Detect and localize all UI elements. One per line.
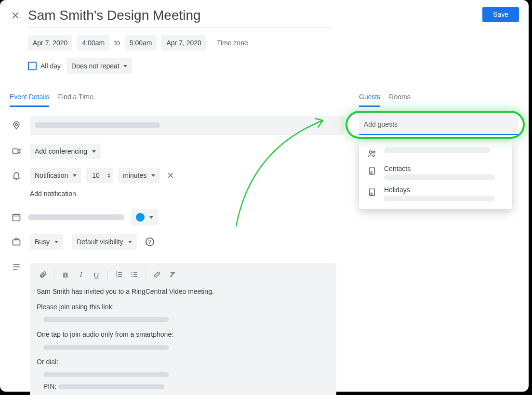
add-guests-input[interactable]: [359, 115, 518, 135]
people-icon: [367, 148, 377, 159]
description-textarea[interactable]: Sam Smith has invited you to a RingCentr…: [30, 284, 336, 395]
repeat-dropdown[interactable]: Does not repeat: [66, 58, 132, 74]
save-button[interactable]: Save: [482, 7, 519, 22]
svg-point-8: [132, 274, 133, 275]
suggestion-row[interactable]: [359, 145, 512, 162]
suggestion-label: Contacts: [384, 165, 505, 172]
to-label: to: [114, 39, 120, 47]
chevron-down-icon: [151, 174, 155, 177]
description-toolbar: B I U 123: [30, 263, 336, 284]
attachment-tool[interactable]: [36, 268, 50, 281]
notification-type-dropdown[interactable]: Notification: [30, 168, 81, 183]
chevron-down-icon: [73, 174, 77, 177]
chevron-down-icon: [54, 241, 58, 243]
link-tool[interactable]: [150, 268, 164, 281]
underline-tool[interactable]: U: [89, 268, 104, 281]
notification-icon: [12, 171, 21, 180]
bold-tool[interactable]: B: [58, 268, 73, 281]
desc-pin-label: PIN:: [43, 382, 56, 390]
remove-notification-button[interactable]: [165, 170, 176, 181]
svg-point-7: [132, 272, 133, 273]
redacted-pin: [58, 384, 164, 389]
location-input[interactable]: [30, 116, 345, 135]
visibility-dropdown[interactable]: Default visibility: [72, 234, 136, 250]
svg-point-10: [370, 151, 372, 153]
svg-rect-13: [371, 172, 372, 174]
chevron-down-icon: [128, 241, 132, 243]
svg-rect-2: [13, 214, 20, 221]
briefcase-icon: [12, 237, 21, 247]
bullet-list-tool[interactable]: [127, 268, 142, 281]
tab-guests[interactable]: Guests: [359, 93, 380, 107]
desc-line-4: Or dial:: [37, 357, 330, 367]
location-icon: [12, 120, 21, 130]
add-notification-button[interactable]: Add notification: [30, 190, 345, 198]
calendar-icon: [12, 212, 21, 222]
svg-rect-1: [13, 149, 18, 154]
svg-text:3: 3: [116, 275, 117, 277]
start-time-chip[interactable]: 4:00am: [77, 35, 109, 51]
allday-checkbox[interactable]: [28, 62, 37, 70]
guest-suggestions-panel: Contacts Holidays: [359, 142, 512, 209]
calendar-select[interactable]: [28, 214, 124, 220]
timezone-button[interactable]: Time zone: [217, 39, 248, 47]
location-placeholder: [35, 122, 160, 128]
redacted-link: [43, 317, 169, 322]
description-area[interactable]: B I U 123: [30, 263, 336, 395]
availability-dropdown[interactable]: Busy: [30, 234, 63, 250]
desc-line-3: One tap to join audio only from a smartp…: [37, 330, 330, 340]
event-color-dropdown[interactable]: [131, 209, 158, 225]
redacted-number: [43, 345, 169, 350]
number-spinner-icon[interactable]: [107, 173, 110, 178]
event-editor-window: Sam Smith's Design Meeting Apr 7, 2020 4…: [0, 0, 529, 392]
add-conferencing-dropdown[interactable]: Add conferencing: [30, 144, 101, 159]
notification-number-input[interactable]: 10: [86, 168, 113, 183]
italic-tool[interactable]: I: [74, 268, 88, 281]
numbered-list-tool[interactable]: 123: [112, 268, 126, 281]
end-date-chip[interactable]: Apr 7, 2020: [161, 35, 206, 51]
tab-rooms[interactable]: Rooms: [389, 93, 410, 107]
close-button[interactable]: [10, 10, 21, 21]
suggestion-label: Holidays: [384, 186, 505, 194]
svg-point-11: [373, 151, 375, 153]
notification-unit-dropdown[interactable]: minutes: [118, 168, 160, 183]
help-icon[interactable]: ?: [146, 237, 154, 246]
chevron-down-icon: [92, 150, 96, 153]
description-icon: [12, 262, 21, 272]
room-icon: [367, 166, 377, 176]
suggestion-contacts[interactable]: Contacts: [359, 162, 512, 183]
video-icon: [12, 146, 21, 156]
svg-rect-3: [13, 240, 20, 245]
svg-point-0: [15, 123, 17, 125]
desc-line-1: Sam Smith has invited you to a RingCentr…: [37, 287, 330, 297]
svg-point-9: [132, 276, 133, 277]
clear-format-tool[interactable]: [165, 268, 180, 281]
suggestion-holidays[interactable]: Holidays: [359, 183, 512, 204]
start-date-chip[interactable]: Apr 7, 2020: [28, 35, 72, 51]
allday-label: All day: [40, 62, 61, 70]
svg-rect-15: [371, 193, 372, 196]
room-icon: [367, 187, 377, 198]
color-dot-icon: [136, 213, 145, 222]
tab-event-details[interactable]: Event Details: [10, 93, 49, 107]
redacted-dial: [43, 372, 169, 377]
tab-find-a-time[interactable]: Find a Time: [58, 93, 93, 107]
end-time-chip[interactable]: 5:00am: [125, 35, 157, 51]
chevron-down-icon: [149, 216, 153, 219]
event-title-input[interactable]: Sam Smith's Design Meeting: [28, 6, 332, 27]
chevron-down-icon: [123, 65, 127, 67]
desc-line-2: Please join using this link:: [37, 303, 330, 312]
